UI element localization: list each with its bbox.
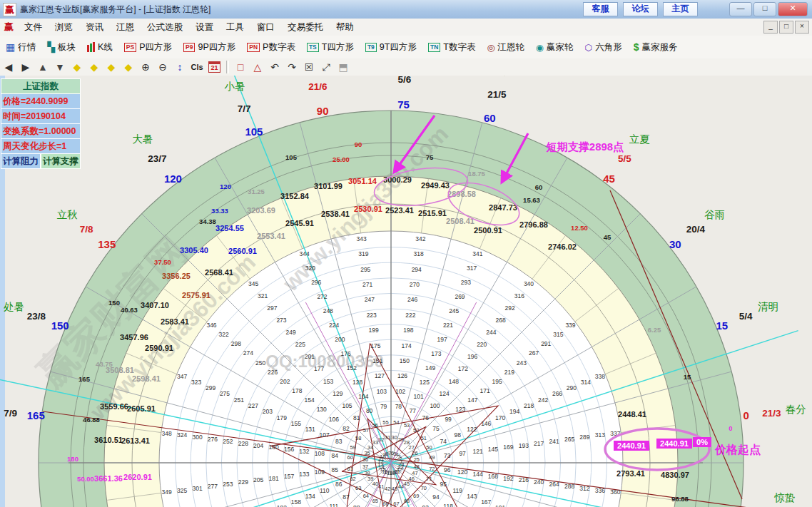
toolbar2-up-triangle-icon[interactable]: ▲ xyxy=(34,60,51,74)
titlebar-button-论坛[interactable]: 论坛 xyxy=(623,2,658,16)
window-title: 赢家江恩专业版[赢家服务平台] - [上证指数 江恩轮] xyxy=(20,4,210,16)
toolbar-button-P四方形[interactable]: PSP四方形 xyxy=(118,39,178,56)
toolbar2-updown-arrows-icon[interactable]: ↕ xyxy=(171,60,188,74)
maximize-button[interactable]: □ xyxy=(753,2,776,16)
toolbar2-zoom-in-icon[interactable]: ⊕ xyxy=(137,60,154,74)
svg-text:2440.91: 2440.91 xyxy=(617,441,646,450)
calc-support-button[interactable]: 计算支撑 xyxy=(41,153,81,169)
svg-text:82: 82 xyxy=(342,425,350,432)
svg-text:205: 205 xyxy=(253,476,263,483)
toolbar2-rotate-cw-icon[interactable]: ↷ xyxy=(283,60,300,74)
svg-text:154: 154 xyxy=(305,396,315,404)
svg-text:清明: 清明 xyxy=(758,301,778,312)
svg-text:342: 342 xyxy=(415,235,425,242)
toolbar-button-赢家轮[interactable]: ◉赢家轮 xyxy=(530,39,579,56)
toolbar2-shrink-icon[interactable]: ⤢ xyxy=(318,60,335,74)
mdi-minimize-button[interactable]: _ xyxy=(763,21,778,34)
svg-text:124: 124 xyxy=(440,390,450,397)
menu-item-交易委托[interactable]: 交易委托 xyxy=(281,19,330,36)
toolbar2-rotate-ccw-icon[interactable]: ↶ xyxy=(266,60,283,74)
kline-icon xyxy=(87,42,95,52)
svg-text:288: 288 xyxy=(564,483,574,490)
toolbar-button-T四方形[interactable]: TST四方形 xyxy=(301,39,360,56)
gann-wheel-svg[interactable]: 赢家财富网www.yingjia360.comwww.yingjia360.co… xyxy=(0,76,812,507)
svg-text:165: 165 xyxy=(27,409,45,421)
svg-text:323: 323 xyxy=(191,379,201,386)
svg-text:立夏: 立夏 xyxy=(629,133,651,145)
svg-text:198: 198 xyxy=(403,327,413,334)
calc-resistance-button[interactable]: 计算阻力 xyxy=(1,153,41,169)
svg-text:78: 78 xyxy=(395,403,402,410)
toolbar-button-行情[interactable]: ▦行情 xyxy=(0,39,41,56)
svg-text:229: 229 xyxy=(238,478,248,486)
svg-text:101: 101 xyxy=(414,393,424,400)
toolbar2-zoom-out-icon[interactable]: ⊖ xyxy=(154,60,171,74)
dollar-icon: $ xyxy=(634,41,639,53)
svg-text:2796.88: 2796.88 xyxy=(519,220,548,229)
toolbar2-diamond-up-icon[interactable]: ◆ xyxy=(103,60,120,74)
svg-text:227: 227 xyxy=(248,402,258,409)
svg-text:102: 102 xyxy=(395,388,405,395)
menu-item-文件[interactable]: 文件 xyxy=(18,19,49,36)
toolbar2-square-tool-icon[interactable]: □ xyxy=(232,60,249,74)
svg-text:46.88: 46.88 xyxy=(83,416,100,424)
toolbar-button-T数字表[interactable]: TNT数字表 xyxy=(422,39,481,56)
toolbar2-diamond-left-icon[interactable]: ◆ xyxy=(68,60,86,74)
menu-item-江恩[interactable]: 江恩 xyxy=(110,19,141,36)
toolbar2-next-icon[interactable]: ▶ xyxy=(17,60,34,74)
gann-wheel-chart[interactable]: 赢家财富网www.yingjia360.comwww.yingjia360.co… xyxy=(0,76,812,507)
mdi-close-button[interactable]: × xyxy=(795,21,809,34)
minimize-button[interactable]: — xyxy=(729,2,752,16)
menu-item-公式选股[interactable]: 公式选股 xyxy=(141,19,189,36)
menu-item-浏览[interactable]: 浏览 xyxy=(49,19,79,36)
svg-text:3508.81: 3508.81 xyxy=(106,366,134,374)
toolbar2-diamond-down-icon[interactable]: ◆ xyxy=(120,60,137,74)
svg-text:325: 325 xyxy=(177,487,187,494)
svg-text:268: 268 xyxy=(495,317,505,324)
svg-text:谷雨: 谷雨 xyxy=(704,209,725,220)
toolbar2-down-triangle-icon[interactable]: ▼ xyxy=(51,60,68,74)
svg-text:69: 69 xyxy=(413,493,419,499)
titlebar-button-客服[interactable]: 客服 xyxy=(583,2,618,16)
titlebar-button-主页[interactable]: 主页 xyxy=(663,2,698,16)
toolbar2-calendar-icon[interactable]: 21 xyxy=(208,61,220,73)
toolbar-button-K线[interactable]: K线 xyxy=(81,39,118,56)
svg-text:133: 133 xyxy=(299,471,309,478)
menu-item-资讯[interactable]: 资讯 xyxy=(79,19,110,36)
menu-item-帮助[interactable]: 帮助 xyxy=(330,19,360,36)
menu-item-工具[interactable]: 工具 xyxy=(220,19,250,36)
svg-text:182: 182 xyxy=(277,504,287,507)
toolbar-button-P数字表[interactable]: PNP数字表 xyxy=(241,39,301,56)
svg-text:5: 5 xyxy=(394,451,397,457)
toolbar2-cls-button[interactable]: Cls xyxy=(188,60,205,74)
toolbar-button-江恩轮[interactable]: ◎江恩轮 xyxy=(481,39,529,56)
toolbar-button-板块[interactable]: ▚板块 xyxy=(41,39,81,56)
toolbar-button-9P四方形[interactable]: P99P四方形 xyxy=(178,39,241,56)
toolbar2-triangle-tool-icon[interactable]: △ xyxy=(249,60,266,74)
toolbar2-screen-icon[interactable]: ⬒ xyxy=(335,60,352,74)
toolbar-button-label: T四方形 xyxy=(322,41,354,53)
svg-text:150: 150 xyxy=(51,319,69,332)
PS-icon: PS xyxy=(124,43,136,52)
close-button[interactable]: ✕ xyxy=(778,2,808,16)
svg-text:320: 320 xyxy=(305,265,315,272)
svg-text:65: 65 xyxy=(372,498,378,504)
mdi-window-controls: _□× xyxy=(763,21,809,34)
toolbar2-prev-icon[interactable]: ◀ xyxy=(0,60,17,74)
svg-text:2440.91: 2440.91 xyxy=(660,439,689,448)
svg-text:245: 245 xyxy=(449,307,459,314)
toolbar2-box-x-icon[interactable]: ☒ xyxy=(300,60,318,74)
svg-text:317: 317 xyxy=(467,265,477,272)
svg-text:134: 134 xyxy=(305,493,315,500)
svg-text:46: 46 xyxy=(409,476,415,482)
toolbar2-diamond-right-icon[interactable]: ◆ xyxy=(86,60,103,74)
menu-item-设置[interactable]: 设置 xyxy=(189,19,220,36)
svg-text:96: 96 xyxy=(444,466,451,473)
svg-text:103: 103 xyxy=(377,388,387,395)
menu-item-窗口[interactable]: 窗口 xyxy=(250,19,281,36)
toolbar-button-赢家服务[interactable]: $赢家服务 xyxy=(628,39,684,56)
toolbar-button-六角形[interactable]: ⬡六角形 xyxy=(579,39,627,56)
mdi-restore-button[interactable]: □ xyxy=(779,21,793,34)
svg-text:151: 151 xyxy=(372,357,382,364)
toolbar-button-9T四方形[interactable]: T99T四方形 xyxy=(360,39,422,56)
